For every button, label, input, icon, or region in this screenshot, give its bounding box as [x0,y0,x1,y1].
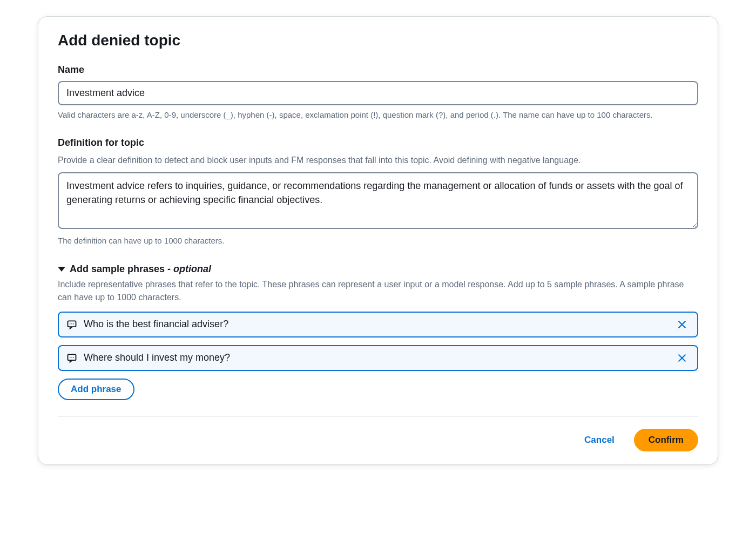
sample-phrases-section: Add sample phrases - optional Include re… [58,264,698,400]
sample-phrases-title-prefix: Add sample phrases - [70,264,173,274]
name-label: Name [58,64,698,76]
close-icon [677,319,687,330]
svg-point-3 [73,323,75,324]
confirm-button[interactable]: Confirm [634,429,698,451]
remove-phrase-button[interactable] [674,317,690,332]
sample-phrase-row: Where should I invest my money? [58,345,698,371]
add-denied-topic-modal: Add denied topic Name Valid characters a… [38,16,718,465]
name-input[interactable] [58,81,698,105]
definition-section: Definition for topic Provide a clear def… [58,137,698,247]
definition-textarea[interactable] [58,172,698,229]
svg-point-8 [71,356,72,357]
svg-point-7 [70,356,71,357]
add-phrase-button[interactable]: Add phrase [58,379,134,400]
definition-label: Definition for topic [58,137,698,148]
remove-phrase-button[interactable] [674,350,690,366]
caret-down-icon [58,267,65,272]
name-help-text: Valid characters are a-z, A-Z, 0-9, unde… [58,109,698,121]
modal-title: Add denied topic [58,32,698,49]
sample-phrase-text[interactable]: Where should I invest my money? [84,352,668,363]
cancel-button[interactable]: Cancel [572,429,626,451]
close-icon [677,353,687,363]
svg-point-9 [73,356,75,357]
comment-icon [66,319,77,330]
sample-phrase-text[interactable]: Who is the best financial adviser? [84,319,668,330]
definition-help-text: The definition can have up to 1000 chara… [58,234,698,247]
svg-point-1 [70,323,71,324]
definition-sublabel: Provide a clear definition to detect and… [58,154,698,167]
svg-point-2 [71,323,72,324]
comment-icon [66,353,77,363]
sample-phrases-toggle[interactable]: Add sample phrases - optional [58,264,698,275]
sample-phrases-title: Add sample phrases - optional [70,264,211,275]
modal-footer: Cancel Confirm [58,416,698,451]
sample-phrase-row: Who is the best financial adviser? [58,312,698,337]
phrases-list: Who is the best financial adviser? [58,312,698,371]
sample-phrases-sublabel: Include representative phrases that refe… [58,278,698,304]
name-section: Name Valid characters are a-z, A-Z, 0-9,… [58,64,698,121]
sample-phrases-optional: optional [173,264,211,274]
